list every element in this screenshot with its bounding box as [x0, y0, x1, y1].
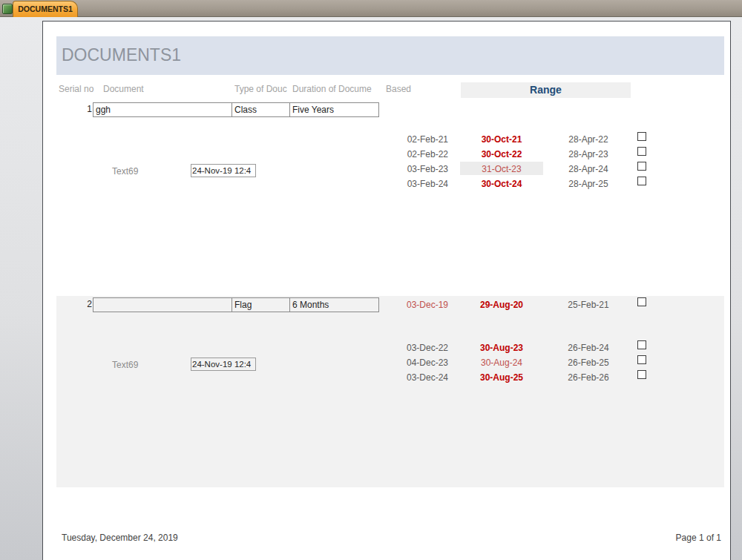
date-start: 02-Feb-22: [384, 148, 448, 161]
date-start: 04-Dec-23: [384, 357, 448, 369]
footer-page-count: Page 1 of 1: [676, 533, 721, 543]
date-due: 30-Oct-24: [460, 178, 543, 191]
column-header-duration: Duration of Docume: [292, 84, 372, 94]
date-start: 02-Feb-21: [384, 134, 448, 146]
date-due: 29-Aug-20: [460, 299, 543, 312]
checkbox[interactable]: [637, 177, 646, 185]
column-header-based: Based: [386, 84, 411, 94]
tab-bar: DOCUMENTS1: [0, 0, 742, 17]
date-due: 30-Aug-24: [460, 357, 543, 369]
checkbox[interactable]: [637, 370, 646, 379]
date-start: 03-Dec-22: [384, 342, 448, 355]
column-header-document: Document: [103, 84, 144, 94]
checkbox[interactable]: [637, 340, 646, 349]
date-due: 31-Oct-23: [460, 163, 543, 176]
date-end: 28-Apr-24: [547, 163, 630, 176]
type-field[interactable]: Flag: [232, 297, 290, 312]
date-due: 30-Aug-25: [460, 372, 543, 384]
date-start: 03-Feb-24: [384, 178, 448, 191]
date-end: 28-Apr-22: [547, 134, 630, 146]
checkbox[interactable]: [637, 147, 646, 156]
serial-value: 1: [65, 104, 92, 114]
checkbox[interactable]: [637, 355, 646, 364]
date-start: 03-Dec-19: [384, 299, 448, 312]
document-field[interactable]: [93, 297, 232, 312]
text69-label: Text69: [112, 360, 138, 370]
column-header-type: Type of Douc: [234, 84, 287, 94]
text69-field[interactable]: 24-Nov-19 12:4: [191, 164, 256, 177]
serial-value: 2: [65, 299, 92, 309]
checkbox[interactable]: [637, 297, 646, 306]
report-header-banner: DOCUMENTS1: [56, 36, 724, 75]
text69-field[interactable]: 24-Nov-19 12:4: [191, 358, 256, 371]
tab-documents1[interactable]: DOCUMENTS1: [13, 1, 78, 17]
report-page: DOCUMENTS1 Serial no Document Type of Do…: [42, 21, 731, 560]
date-due: 30-Oct-22: [460, 148, 543, 161]
report-title: DOCUMENTS1: [62, 45, 181, 65]
date-end: 28-Apr-23: [547, 148, 630, 161]
text69-label: Text69: [112, 166, 138, 177]
workspace-background: DOCUMENTS1 Serial no Document Type of Do…: [0, 17, 742, 560]
column-header-serial: Serial no: [59, 84, 93, 94]
duration-field[interactable]: 6 Months: [289, 297, 379, 312]
record-band: [56, 296, 724, 487]
report-icon: [2, 4, 13, 14]
access-window: DOCUMENTS1 DOCUMENTS1 Serial no Document…: [0, 0, 742, 560]
document-field[interactable]: ggh: [93, 102, 232, 117]
date-due: 30-Oct-21: [460, 134, 543, 146]
date-start: 03-Dec-24: [384, 372, 448, 384]
tab-label: DOCUMENTS1: [18, 4, 73, 13]
type-field[interactable]: Class: [232, 102, 290, 117]
range-header: Range: [461, 82, 631, 98]
date-end: 25-Feb-21: [547, 299, 630, 312]
checkbox[interactable]: [637, 132, 646, 141]
footer-date: Tuesday, December 24, 2019: [62, 533, 178, 543]
date-end: 28-Apr-25: [547, 178, 630, 191]
duration-field[interactable]: Five Years: [289, 102, 379, 117]
date-end: 26-Feb-24: [547, 342, 630, 355]
checkbox[interactable]: [637, 162, 646, 171]
date-end: 26-Feb-25: [547, 357, 630, 369]
date-start: 03-Feb-23: [384, 163, 448, 176]
date-end: 26-Feb-26: [547, 372, 630, 384]
date-due: 30-Aug-23: [460, 342, 543, 355]
